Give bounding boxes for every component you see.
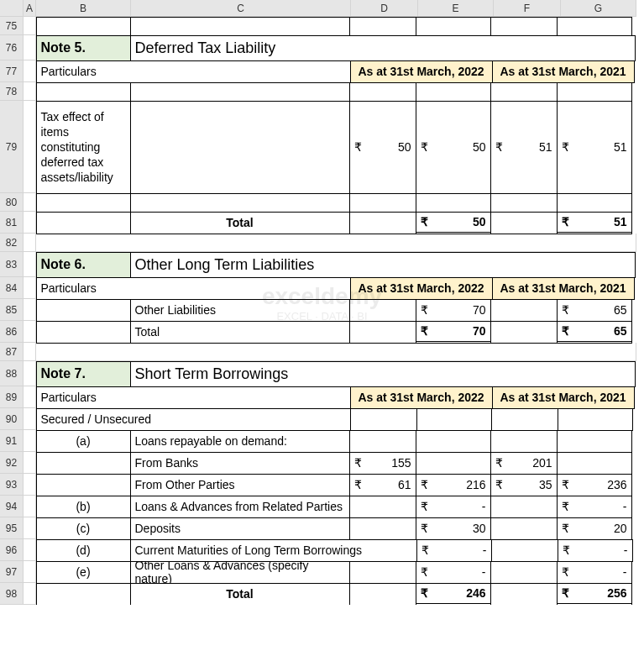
cell-G80[interactable] — [557, 193, 632, 213]
cell-F75[interactable] — [490, 17, 558, 36]
cell-F85[interactable] — [490, 299, 558, 322]
cell-A75[interactable] — [24, 17, 36, 35]
cell-A92[interactable] — [24, 452, 36, 474]
row-header-85[interactable]: 85 — [0, 299, 23, 321]
cell-A90[interactable] — [24, 408, 36, 430]
cell-F90[interactable] — [491, 408, 558, 431]
note7-other-g[interactable]: ₹236 — [557, 474, 632, 496]
cell-A81[interactable] — [24, 212, 36, 234]
cell-G97[interactable]: ₹- — [557, 561, 632, 584]
note6-e[interactable]: ₹70 — [416, 299, 491, 322]
row-header-88[interactable]: 88 — [0, 361, 23, 386]
note5-e[interactable]: ₹50 — [416, 101, 491, 194]
cell-G75[interactable] — [557, 17, 632, 36]
cell-G78[interactable] — [557, 82, 632, 102]
note7-a-letter[interactable]: (a) — [36, 430, 131, 453]
cell-F91[interactable] — [490, 430, 558, 453]
note7-date-2022[interactable]: As at 31st March, 2022 — [350, 386, 493, 409]
note7-other-f[interactable]: ₹35 — [490, 474, 558, 496]
row-header-97[interactable]: 97 — [0, 561, 23, 583]
row-header-86[interactable]: 86 — [0, 321, 23, 343]
note7-c-letter[interactable]: (c) — [36, 517, 131, 540]
cell-A83[interactable] — [24, 252, 36, 277]
row-header-93[interactable]: 93 — [0, 474, 23, 496]
cell-F94[interactable] — [490, 496, 558, 518]
note7-total-e[interactable]: ₹246 — [416, 583, 491, 606]
cell-A86[interactable] — [24, 321, 36, 343]
cell-A85[interactable] — [24, 299, 36, 321]
cell-F98[interactable] — [490, 583, 558, 606]
cell-C80[interactable] — [130, 193, 350, 213]
cell-E90[interactable] — [416, 408, 492, 431]
cell-A95[interactable] — [24, 517, 36, 539]
cell-A88[interactable] — [24, 361, 36, 386]
row-header-75[interactable]: 75 — [0, 17, 23, 35]
cell-A98[interactable] — [24, 583, 36, 605]
cell-D81[interactable] — [349, 212, 416, 234]
note7-maturities-label[interactable]: Current Maturities of Long Term Borrowin… — [130, 539, 417, 562]
col-header-A[interactable]: A — [24, 0, 36, 16]
cell-C79[interactable] — [130, 101, 350, 194]
note7-banks-d[interactable]: ₹155 — [349, 452, 416, 475]
cell-D90[interactable] — [350, 408, 417, 431]
cell-E80[interactable] — [416, 193, 491, 213]
cell-A77[interactable] — [24, 60, 36, 82]
cell-A93[interactable] — [24, 474, 36, 496]
row-header-80[interactable]: 80 — [0, 193, 23, 212]
note7-particulars-label[interactable]: Particulars — [36, 386, 351, 409]
cell-A82[interactable] — [24, 234, 36, 252]
cell-B93[interactable] — [36, 474, 131, 496]
cell-A79[interactable] — [24, 101, 36, 193]
note7-date-2021[interactable]: As at 31st March, 2021 — [492, 386, 635, 409]
note7-other-d[interactable]: ₹61 — [349, 474, 416, 496]
col-header-E[interactable]: E — [418, 0, 494, 16]
cell-A76[interactable] — [24, 35, 36, 60]
cell-A94[interactable] — [24, 496, 36, 517]
note6-date-2022[interactable]: As at 31st March, 2022 — [350, 277, 493, 300]
note7-related-label[interactable]: Loans & Advances from Related Parties — [130, 496, 350, 518]
row-header-89[interactable]: 89 — [0, 386, 23, 408]
row-header-78[interactable]: 78 — [0, 82, 23, 101]
note5-item-label[interactable]: Tax effect of items constituting deferre… — [36, 101, 131, 194]
cell-D91[interactable] — [349, 430, 416, 453]
row-header-83[interactable]: 83 — [0, 252, 23, 277]
cell-A89[interactable] — [24, 386, 36, 408]
note5-particulars-label[interactable]: Particulars — [36, 60, 351, 83]
note5-g[interactable]: ₹51 — [557, 101, 632, 194]
note7-other-label[interactable]: From Other Parties — [130, 474, 350, 496]
row-header-96[interactable]: 96 — [0, 539, 23, 561]
note7-b-letter[interactable]: (b) — [36, 496, 131, 518]
note6-item-label[interactable]: Other Liabilities — [130, 299, 350, 322]
cell-E78[interactable] — [416, 82, 491, 102]
cell-82-span[interactable] — [36, 234, 636, 252]
cell-F97[interactable] — [490, 561, 558, 584]
cell-D85[interactable] — [349, 299, 416, 322]
note7-header[interactable]: Note 7. — [36, 361, 131, 387]
row-header-87[interactable]: 87 — [0, 343, 23, 361]
cell-B98[interactable] — [36, 583, 131, 606]
cell-D97[interactable] — [349, 561, 416, 584]
cell-B80[interactable] — [36, 193, 131, 213]
cell-E96[interactable]: ₹- — [416, 539, 492, 562]
cell-E92[interactable] — [416, 452, 491, 475]
note5-total-e[interactable]: ₹50 — [416, 212, 491, 234]
cell-B86[interactable] — [36, 321, 131, 344]
note5-date-2022[interactable]: As at 31st March, 2022 — [350, 60, 493, 83]
cell-A84[interactable] — [24, 277, 36, 299]
note5-header[interactable]: Note 5. — [36, 35, 131, 61]
col-header-C[interactable]: C — [131, 0, 351, 16]
note6-particulars-label[interactable]: Particulars — [36, 277, 351, 300]
cell-B85[interactable] — [36, 299, 131, 322]
cell-D95[interactable] — [349, 517, 416, 540]
cell-C78[interactable] — [130, 82, 350, 102]
cell-G91[interactable] — [557, 430, 632, 453]
cell-G96[interactable]: ₹- — [558, 539, 633, 562]
note7-e-letter[interactable]: (e) — [36, 561, 131, 584]
note7-title[interactable]: Short Term Borrowings — [130, 361, 636, 387]
note7-d-letter[interactable]: (d) — [36, 539, 131, 562]
cell-B78[interactable] — [36, 82, 131, 102]
note5-date-2021[interactable]: As at 31st March, 2021 — [492, 60, 635, 83]
cell-A80[interactable] — [24, 193, 36, 212]
row-header-81[interactable]: 81 — [0, 212, 23, 234]
cell-C75[interactable] — [130, 17, 350, 36]
